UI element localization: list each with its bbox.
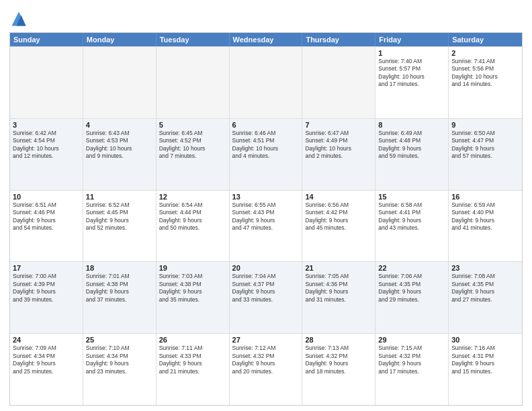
day-number: 16 (451, 193, 519, 201)
day-info: Sunrise: 6:56 AM Sunset: 4:42 PM Dayligh… (305, 201, 372, 232)
day-info: Sunrise: 7:10 AM Sunset: 4:34 PM Dayligh… (86, 345, 153, 375)
day-number: 22 (378, 264, 445, 272)
page: SundayMondayTuesdayWednesdayThursdayFrid… (0, 0, 532, 411)
day-cell-7: 7Sunrise: 6:47 AM Sunset: 4:49 PM Daylig… (302, 119, 375, 190)
day-number: 19 (159, 264, 226, 272)
calendar-row-4: 24Sunrise: 7:09 AM Sunset: 4:34 PM Dayli… (10, 333, 522, 405)
empty-cell (83, 47, 157, 118)
header-day-thursday: Thursday (302, 33, 375, 46)
day-number: 1 (378, 49, 445, 57)
day-info: Sunrise: 7:06 AM Sunset: 4:35 PM Dayligh… (378, 273, 445, 304)
day-info: Sunrise: 7:05 AM Sunset: 4:36 PM Dayligh… (305, 273, 372, 304)
calendar-body: 1Sunrise: 7:40 AM Sunset: 5:57 PM Daylig… (10, 46, 522, 405)
day-info: Sunrise: 6:50 AM Sunset: 4:47 PM Dayligh… (451, 130, 519, 161)
day-number: 13 (232, 193, 300, 201)
day-cell-25: 25Sunrise: 7:10 AM Sunset: 4:34 PM Dayli… (83, 334, 157, 405)
day-info: Sunrise: 7:03 AM Sunset: 4:38 PM Dayligh… (159, 273, 226, 304)
logo (9, 9, 31, 28)
day-cell-21: 21Sunrise: 7:05 AM Sunset: 4:36 PM Dayli… (302, 262, 375, 333)
day-number: 25 (86, 336, 153, 344)
day-info: Sunrise: 6:46 AM Sunset: 4:51 PM Dayligh… (232, 130, 300, 161)
day-info: Sunrise: 6:55 AM Sunset: 4:43 PM Dayligh… (232, 201, 300, 232)
day-cell-4: 4Sunrise: 6:43 AM Sunset: 4:53 PM Daylig… (83, 119, 157, 190)
day-cell-29: 29Sunrise: 7:15 AM Sunset: 4:32 PM Dayli… (375, 334, 449, 405)
day-info: Sunrise: 6:52 AM Sunset: 4:45 PM Dayligh… (86, 201, 153, 232)
day-cell-26: 26Sunrise: 7:11 AM Sunset: 4:33 PM Dayli… (157, 334, 230, 405)
day-number: 21 (305, 264, 372, 272)
day-info: Sunrise: 6:45 AM Sunset: 4:52 PM Dayligh… (159, 130, 226, 161)
header-day-saturday: Saturday (449, 33, 522, 46)
day-number: 12 (159, 193, 226, 201)
header-day-tuesday: Tuesday (157, 33, 230, 46)
day-cell-19: 19Sunrise: 7:03 AM Sunset: 4:38 PM Dayli… (157, 262, 230, 333)
day-number: 10 (13, 193, 80, 201)
day-number: 18 (86, 264, 153, 272)
calendar-row-3: 17Sunrise: 7:00 AM Sunset: 4:39 PM Dayli… (10, 261, 522, 333)
day-info: Sunrise: 7:15 AM Sunset: 4:32 PM Dayligh… (378, 345, 445, 375)
day-info: Sunrise: 6:42 AM Sunset: 4:54 PM Dayligh… (13, 130, 80, 161)
day-cell-9: 9Sunrise: 6:50 AM Sunset: 4:47 PM Daylig… (449, 119, 522, 190)
day-cell-22: 22Sunrise: 7:06 AM Sunset: 4:35 PM Dayli… (375, 262, 449, 333)
day-number: 6 (232, 121, 300, 129)
day-info: Sunrise: 7:13 AM Sunset: 4:32 PM Dayligh… (305, 345, 372, 375)
header-day-sunday: Sunday (10, 33, 83, 46)
day-number: 20 (232, 264, 300, 272)
day-cell-13: 13Sunrise: 6:55 AM Sunset: 4:43 PM Dayli… (230, 191, 303, 262)
day-number: 3 (13, 121, 80, 129)
calendar-row-1: 3Sunrise: 6:42 AM Sunset: 4:54 PM Daylig… (10, 118, 522, 190)
day-cell-1: 1Sunrise: 7:40 AM Sunset: 5:57 PM Daylig… (375, 47, 449, 118)
day-cell-30: 30Sunrise: 7:16 AM Sunset: 4:31 PM Dayli… (449, 334, 522, 405)
day-cell-17: 17Sunrise: 7:00 AM Sunset: 4:39 PM Dayli… (10, 262, 83, 333)
day-number: 14 (305, 193, 372, 201)
day-info: Sunrise: 7:40 AM Sunset: 5:57 PM Dayligh… (378, 58, 445, 89)
day-cell-23: 23Sunrise: 7:08 AM Sunset: 4:35 PM Dayli… (449, 262, 522, 333)
day-number: 27 (232, 336, 300, 344)
day-cell-2: 2Sunrise: 7:41 AM Sunset: 5:56 PM Daylig… (449, 47, 522, 118)
day-number: 24 (13, 336, 80, 344)
day-number: 23 (451, 264, 519, 272)
day-cell-15: 15Sunrise: 6:58 AM Sunset: 4:41 PM Dayli… (375, 191, 449, 262)
day-number: 28 (305, 336, 372, 344)
day-cell-6: 6Sunrise: 6:46 AM Sunset: 4:51 PM Daylig… (230, 119, 303, 190)
day-cell-8: 8Sunrise: 6:49 AM Sunset: 4:48 PM Daylig… (375, 119, 449, 190)
day-number: 9 (451, 121, 519, 129)
day-number: 11 (86, 193, 153, 201)
calendar-row-0: 1Sunrise: 7:40 AM Sunset: 5:57 PM Daylig… (10, 46, 522, 118)
empty-cell (10, 47, 83, 118)
logo-icon (9, 9, 28, 28)
day-info: Sunrise: 6:49 AM Sunset: 4:48 PM Dayligh… (378, 130, 445, 161)
day-number: 15 (378, 193, 445, 201)
day-cell-11: 11Sunrise: 6:52 AM Sunset: 4:45 PM Dayli… (83, 191, 157, 262)
calendar: SundayMondayTuesdayWednesdayThursdayFrid… (9, 32, 523, 406)
day-info: Sunrise: 6:58 AM Sunset: 4:41 PM Dayligh… (378, 201, 445, 232)
day-number: 4 (86, 121, 153, 129)
header-day-wednesday: Wednesday (230, 33, 303, 46)
day-number: 26 (159, 336, 226, 344)
day-number: 8 (378, 121, 445, 129)
day-cell-18: 18Sunrise: 7:01 AM Sunset: 4:38 PM Dayli… (83, 262, 157, 333)
day-info: Sunrise: 6:54 AM Sunset: 4:44 PM Dayligh… (159, 201, 226, 232)
day-cell-16: 16Sunrise: 6:59 AM Sunset: 4:40 PM Dayli… (449, 191, 522, 262)
day-info: Sunrise: 7:09 AM Sunset: 4:34 PM Dayligh… (13, 345, 80, 375)
day-info: Sunrise: 7:00 AM Sunset: 4:39 PM Dayligh… (13, 273, 80, 304)
day-number: 5 (159, 121, 226, 129)
day-info: Sunrise: 7:01 AM Sunset: 4:38 PM Dayligh… (86, 273, 153, 304)
day-cell-10: 10Sunrise: 6:51 AM Sunset: 4:46 PM Dayli… (10, 191, 83, 262)
day-info: Sunrise: 6:51 AM Sunset: 4:46 PM Dayligh… (13, 201, 80, 232)
day-info: Sunrise: 6:43 AM Sunset: 4:53 PM Dayligh… (86, 130, 153, 161)
day-cell-28: 28Sunrise: 7:13 AM Sunset: 4:32 PM Dayli… (302, 334, 375, 405)
empty-cell (230, 47, 303, 118)
header-day-friday: Friday (375, 33, 449, 46)
day-cell-27: 27Sunrise: 7:12 AM Sunset: 4:32 PM Dayli… (230, 334, 303, 405)
day-info: Sunrise: 7:12 AM Sunset: 4:32 PM Dayligh… (232, 345, 300, 375)
header (9, 7, 523, 28)
day-info: Sunrise: 7:16 AM Sunset: 4:31 PM Dayligh… (451, 345, 519, 375)
day-cell-3: 3Sunrise: 6:42 AM Sunset: 4:54 PM Daylig… (10, 119, 83, 190)
day-info: Sunrise: 7:08 AM Sunset: 4:35 PM Dayligh… (451, 273, 519, 304)
day-number: 29 (378, 336, 445, 344)
day-cell-24: 24Sunrise: 7:09 AM Sunset: 4:34 PM Dayli… (10, 334, 83, 405)
day-number: 17 (13, 264, 80, 272)
day-cell-12: 12Sunrise: 6:54 AM Sunset: 4:44 PM Dayli… (157, 191, 230, 262)
day-info: Sunrise: 7:11 AM Sunset: 4:33 PM Dayligh… (159, 345, 226, 375)
empty-cell (157, 47, 230, 118)
